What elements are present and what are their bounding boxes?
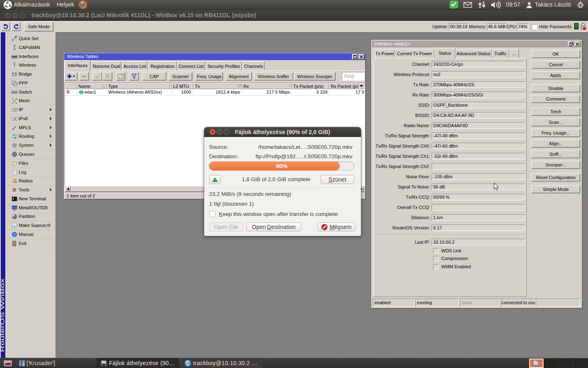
svg-text:v6: v6 (13, 117, 16, 120)
svg-text:255: 255 (12, 108, 17, 111)
svg-text:?: ? (13, 233, 16, 237)
